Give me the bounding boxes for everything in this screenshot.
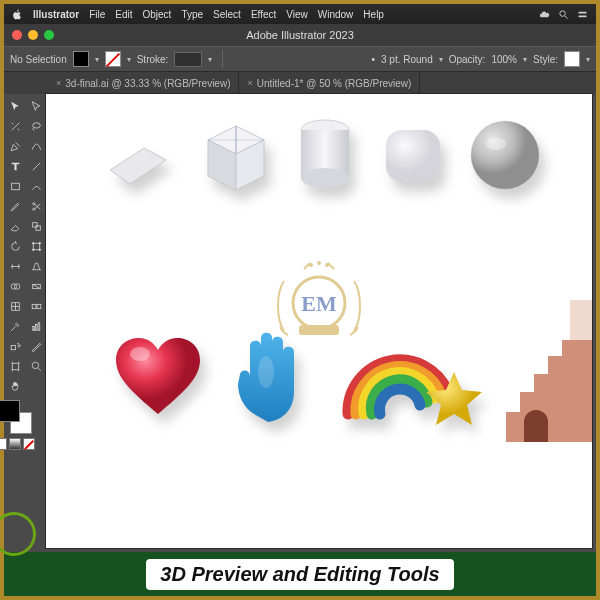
shape-builder-tool[interactable] xyxy=(5,276,25,296)
color-mode-row xyxy=(0,438,35,450)
fill-color[interactable] xyxy=(0,400,20,422)
menu-help[interactable]: Help xyxy=(363,9,384,20)
control-center-icon[interactable] xyxy=(577,9,588,20)
menu-type[interactable]: Type xyxy=(181,9,203,20)
caption-text: 3D Preview and Editing Tools xyxy=(146,559,453,590)
chevron-down-icon[interactable]: ▾ xyxy=(586,55,590,64)
svg-marker-30 xyxy=(110,148,166,184)
menubar-app-name[interactable]: Illustrator xyxy=(33,9,79,20)
svg-point-9 xyxy=(17,343,18,344)
zoom-button[interactable] xyxy=(44,30,54,40)
minimize-button[interactable] xyxy=(28,30,38,40)
symbol-sprayer-tool[interactable] xyxy=(5,336,25,356)
rotate-tool[interactable] xyxy=(5,236,25,256)
svg-rect-25 xyxy=(37,304,41,308)
column-graph-tool[interactable] xyxy=(26,316,46,336)
svg-point-15 xyxy=(32,208,34,210)
close-icon[interactable]: × xyxy=(56,78,61,88)
apple-icon[interactable] xyxy=(12,9,23,20)
artboard[interactable]: EM xyxy=(46,94,592,548)
close-icon[interactable]: × xyxy=(247,78,252,88)
stroke-label: Stroke: xyxy=(137,54,169,65)
mac-menubar: Illustrator File Edit Object Type Select… xyxy=(4,4,596,24)
artboard-tool[interactable] xyxy=(5,356,25,376)
mesh-tool[interactable] xyxy=(5,296,25,316)
width-tool[interactable] xyxy=(5,256,25,276)
svg-line-1 xyxy=(565,15,568,18)
svg-rect-52 xyxy=(506,412,592,442)
menu-edit[interactable]: Edit xyxy=(115,9,132,20)
pen-tool[interactable] xyxy=(5,136,25,156)
chevron-down-icon[interactable]: ▾ xyxy=(95,55,99,64)
main-area: EM xyxy=(4,94,596,552)
svg-rect-24 xyxy=(32,304,36,308)
line-tool[interactable] xyxy=(26,156,46,176)
search-icon[interactable] xyxy=(558,9,569,20)
scale-tool[interactable] xyxy=(26,216,46,236)
color-mode-gradient[interactable] xyxy=(9,438,21,450)
svg-rect-54 xyxy=(534,374,592,394)
scissors-tool[interactable] xyxy=(26,196,46,216)
opacity-label: Opacity: xyxy=(449,54,486,65)
eyedropper-tool[interactable] xyxy=(5,316,25,336)
color-mode-solid[interactable] xyxy=(0,438,7,450)
color-mode-none[interactable] xyxy=(23,438,35,450)
opacity-value[interactable]: 100% xyxy=(491,54,517,65)
menu-window[interactable]: Window xyxy=(318,9,354,20)
zoom-tool[interactable] xyxy=(26,356,46,376)
svg-point-22 xyxy=(38,248,40,250)
free-transform-tool[interactable] xyxy=(26,236,46,256)
window-titlebar: Adobe Illustrator 2023 xyxy=(4,24,596,46)
fill-swatch[interactable] xyxy=(73,51,89,67)
stroke-weight-input[interactable] xyxy=(174,52,202,67)
menu-view[interactable]: View xyxy=(286,9,308,20)
style-swatch[interactable] xyxy=(564,51,580,67)
menu-effect[interactable]: Effect xyxy=(251,9,276,20)
brush-preset[interactable]: 3 pt. Round xyxy=(381,54,433,65)
svg-rect-4 xyxy=(11,183,19,190)
lasso-tool[interactable] xyxy=(26,116,46,136)
svg-point-0 xyxy=(560,10,566,16)
svg-rect-53 xyxy=(520,392,592,414)
3d-sphere xyxy=(466,116,544,194)
traffic-lights xyxy=(12,30,54,40)
chevron-down-icon[interactable]: ▾ xyxy=(523,55,527,64)
tab-3d-final[interactable]: × 3d-final.ai @ 33.33 % (RGB/Preview) xyxy=(48,72,239,94)
svg-point-13 xyxy=(32,122,40,127)
chevron-down-icon[interactable]: ▾ xyxy=(127,55,131,64)
svg-point-50 xyxy=(258,356,274,388)
rectangle-tool[interactable] xyxy=(5,176,25,196)
menu-file[interactable]: File xyxy=(89,9,105,20)
svg-rect-26 xyxy=(32,326,34,330)
magic-wand-tool[interactable] xyxy=(5,116,25,136)
eraser-tool[interactable] xyxy=(5,216,25,236)
direct-selection-tool[interactable] xyxy=(26,96,46,116)
tab-untitled-1[interactable]: × Untitled-1* @ 50 % (RGB/Preview) xyxy=(239,72,420,94)
3d-rainbow-star xyxy=(336,330,486,434)
svg-rect-3 xyxy=(578,15,586,17)
paintbrush-tool[interactable] xyxy=(5,196,25,216)
svg-point-38 xyxy=(301,168,349,188)
style-label: Style: xyxy=(533,54,558,65)
svg-point-14 xyxy=(32,202,34,204)
close-button[interactable] xyxy=(12,30,22,40)
chevron-down-icon[interactable]: ▾ xyxy=(208,55,212,64)
fill-stroke-control[interactable] xyxy=(0,400,32,434)
curvature-tool[interactable] xyxy=(26,136,46,156)
chevron-down-icon[interactable]: ▾ xyxy=(439,55,443,64)
perspective-grid-tool[interactable] xyxy=(26,256,46,276)
hand-tool[interactable] xyxy=(5,376,25,396)
menu-object[interactable]: Object xyxy=(142,9,171,20)
shaper-tool[interactable] xyxy=(26,176,46,196)
3d-plane xyxy=(100,130,174,194)
type-tool[interactable] xyxy=(5,156,25,176)
gradient-tool[interactable] xyxy=(26,276,46,296)
no-stroke-icon[interactable] xyxy=(105,51,121,67)
slice-tool[interactable] xyxy=(26,336,46,356)
menubar-status xyxy=(539,9,588,20)
selection-tool[interactable] xyxy=(5,96,25,116)
3d-rounded-cube xyxy=(376,120,450,192)
svg-rect-39 xyxy=(386,130,440,182)
menu-select[interactable]: Select xyxy=(213,9,241,20)
blend-tool[interactable] xyxy=(26,296,46,316)
